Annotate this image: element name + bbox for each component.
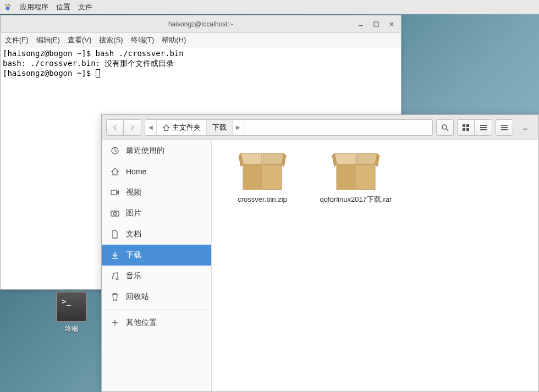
sidebar-item-recent[interactable]: 最近使用的 [102, 140, 211, 161]
sidebar-label: Home [126, 167, 146, 176]
sidebar-item-other-locations[interactable]: 其他位置 [102, 312, 211, 333]
fm-headerbar: ◀ 主文件夹 下载 ▶ [102, 115, 538, 140]
menu-search[interactable]: 搜索(S) [99, 35, 123, 45]
download-icon [111, 251, 119, 260]
sidebar-item-downloads[interactable]: 下载 [102, 245, 211, 266]
search-icon [441, 124, 449, 131]
search-button[interactable] [436, 119, 454, 136]
grid-icon [462, 124, 470, 131]
svg-rect-4 [359, 25, 363, 26]
svg-rect-16 [501, 127, 508, 128]
panel-file[interactable]: 文件 [78, 2, 92, 12]
sidebar-item-trash[interactable]: 回收站 [102, 286, 211, 307]
svg-rect-13 [480, 127, 487, 128]
svg-rect-17 [501, 129, 508, 130]
svg-point-22 [114, 212, 117, 215]
svg-rect-18 [523, 129, 527, 130]
maximize-icon [373, 21, 379, 27]
svg-rect-8 [463, 124, 465, 127]
home-icon [162, 124, 170, 131]
terminal-cursor [96, 69, 100, 78]
desktop-icon-terminal[interactable]: >_ 终端 [50, 291, 94, 334]
forward-button[interactable] [124, 119, 141, 136]
gnome-foot-icon [3, 3, 12, 12]
hamburger-menu-button[interactable] [496, 119, 513, 136]
minimize-icon [358, 21, 364, 27]
terminal-line-2: [haisongz@bogon ~]$ [3, 69, 96, 78]
panel-places[interactable]: 位置 [56, 2, 70, 12]
menu-help[interactable]: 帮助(H) [162, 35, 186, 45]
fm-content[interactable]: crossver.bin.zip qqforlinux2017下载.rar [212, 140, 538, 391]
terminal-line-1: bash: ./crossver.bin: 没有那个文件或目录 [3, 59, 174, 68]
home-icon [111, 167, 119, 176]
sidebar-item-documents[interactable]: 文档 [102, 224, 211, 245]
archive-icon [238, 149, 287, 192]
svg-rect-12 [480, 125, 487, 126]
clock-icon [111, 146, 119, 155]
hamburger-icon [501, 124, 508, 131]
sidebar-label: 音乐 [126, 271, 141, 281]
svg-rect-15 [501, 125, 508, 126]
chevron-right-icon [129, 124, 136, 131]
path-current-label: 下载 [212, 123, 227, 132]
list-icon [480, 124, 487, 131]
file-item[interactable]: qqforlinux2017下载.rar [312, 147, 400, 207]
terminal-window-controls [355, 15, 398, 32]
svg-point-2 [9, 4, 11, 6]
close-button[interactable] [386, 18, 398, 30]
video-icon [111, 188, 119, 197]
sidebar-label: 图片 [126, 208, 141, 218]
terminal-title: haisongz@localhost:~ [168, 20, 233, 28]
svg-rect-10 [463, 128, 465, 131]
file-item[interactable]: crossver.bin.zip [218, 147, 306, 207]
menu-file[interactable]: 文件(F) [5, 35, 29, 45]
plus-icon [111, 318, 119, 327]
close-icon [389, 21, 394, 27]
sidebar-item-videos[interactable]: 视频 [102, 182, 211, 203]
terminal-prompt-glyph: >_ [62, 297, 71, 306]
terminal-titlebar[interactable]: haisongz@localhost:~ [1, 15, 401, 33]
back-button[interactable] [106, 119, 124, 136]
file-manager-window: ◀ 主文件夹 下载 ▶ [101, 114, 539, 392]
svg-point-6 [442, 125, 447, 129]
maximize-button[interactable] [370, 18, 382, 30]
svg-point-1 [8, 3, 9, 5]
path-home-label: 主文件夹 [172, 123, 201, 132]
sidebar-label: 回收站 [126, 292, 149, 302]
menu-edit[interactable]: 编辑(E) [36, 35, 60, 45]
path-home[interactable]: 主文件夹 [157, 120, 207, 135]
view-grid-button[interactable] [457, 119, 475, 136]
panel-applications[interactable]: 应用程序 [20, 2, 48, 12]
terminal-icon: >_ [56, 291, 87, 322]
path-fwd-chevron[interactable]: ▶ [233, 120, 244, 135]
sidebar-item-home[interactable]: Home [102, 161, 211, 182]
sidebar-item-music[interactable]: 音乐 [102, 266, 211, 286]
terminal-line-0: [haisongz@bogon ~]$ bash ./crossver.bin [3, 49, 184, 58]
fm-minimize-button[interactable] [516, 119, 534, 136]
svg-rect-11 [466, 128, 469, 131]
desktop-icon-label: 终端 [50, 324, 94, 334]
pathbar: ◀ 主文件夹 下载 ▶ [145, 119, 433, 136]
view-list-button[interactable] [475, 119, 492, 136]
terminal-menubar: 文件(F) 编辑(E) 查看(V) 搜索(S) 终端(T) 帮助(H) [1, 33, 401, 47]
view-buttons [457, 119, 492, 136]
path-back-chevron[interactable]: ◀ [145, 120, 157, 135]
top-panel: 应用程序 位置 文件 [0, 0, 539, 14]
menu-terminal[interactable]: 终端(T) [131, 35, 155, 45]
sidebar-label: 文档 [126, 229, 141, 239]
svg-line-7 [446, 129, 448, 131]
file-label: crossver.bin.zip [221, 195, 304, 205]
sidebar-label: 最近使用的 [126, 146, 164, 156]
svg-rect-9 [466, 124, 469, 127]
sidebar-item-pictures[interactable]: 图片 [102, 203, 211, 224]
camera-icon [111, 209, 119, 218]
minimize-button[interactable] [355, 18, 367, 30]
menu-view[interactable]: 查看(V) [68, 35, 91, 45]
svg-rect-5 [374, 22, 378, 26]
svg-point-0 [5, 4, 7, 6]
minimize-icon [522, 125, 528, 130]
sidebar-label: 视频 [126, 187, 141, 197]
path-current[interactable]: 下载 [207, 120, 233, 135]
fm-body: 最近使用的 Home 视频 图片 文档 下载 [102, 140, 538, 391]
sidebar-label: 下载 [126, 250, 141, 260]
